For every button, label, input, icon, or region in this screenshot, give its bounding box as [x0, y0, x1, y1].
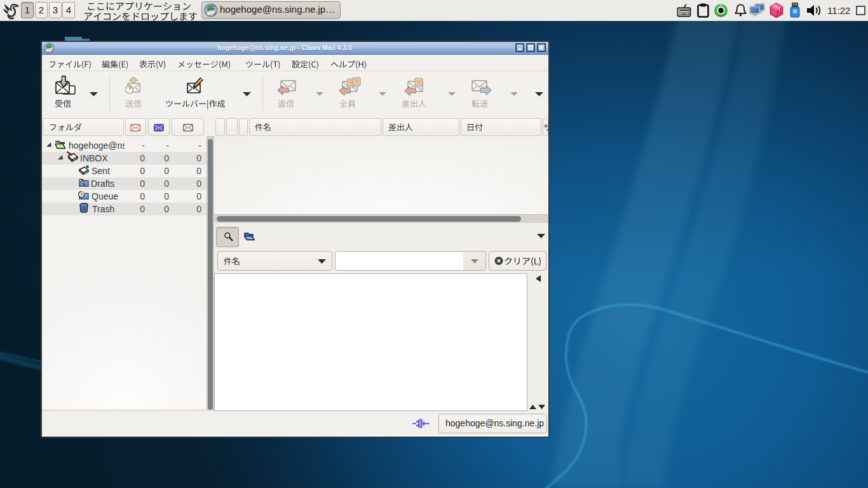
svg-text:?: ?: [794, 10, 796, 14]
